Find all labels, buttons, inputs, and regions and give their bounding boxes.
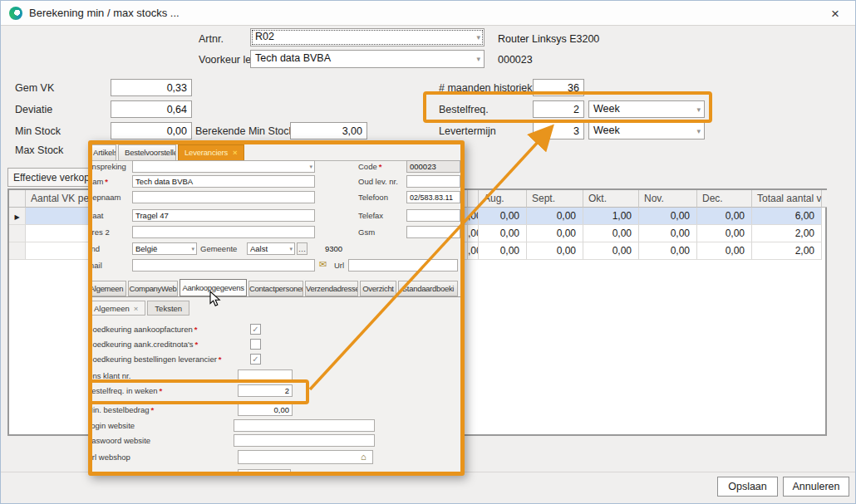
home-icon[interactable]: ⌂ [361, 452, 367, 462]
cell-nov[interactable]: 0,00 [639, 242, 697, 260]
cell-aug[interactable]: 0,00 [479, 242, 527, 260]
row-selector[interactable] [9, 242, 26, 260]
adres2-field[interactable] [132, 226, 315, 238]
artnr-label: Artnr. [199, 33, 224, 45]
goedkeuring-bestellingen-checkbox[interactable]: ✓ [250, 354, 261, 365]
straat-field[interactable] [132, 209, 315, 222]
check-icon: ✓ [252, 355, 258, 364]
cell-aug[interactable]: 0,00 [479, 225, 527, 242]
aanspreking-label: Aanspreking [88, 162, 126, 171]
telefax-field[interactable] [406, 209, 460, 222]
roepnaam-field[interactable] [132, 191, 315, 203]
cell-clipped[interactable]: ,00 [468, 225, 479, 242]
gem-vk-label: Gem VK [15, 82, 54, 94]
land-combobox[interactable]: België▾ [132, 242, 197, 255]
cell-totaal[interactable]: 2,00 [752, 242, 822, 260]
voorkeur-leverancier-combobox[interactable]: Tech data BVBA ▾ [250, 50, 485, 68]
tab-close-icon[interactable]: × [134, 304, 139, 313]
row-selector[interactable] [9, 225, 26, 242]
chevron-down-icon[interactable]: ▾ [289, 245, 293, 252]
chevron-down-icon[interactable]: ▾ [309, 163, 312, 169]
tab-teksten[interactable]: Teksten [147, 301, 189, 316]
cell-dec[interactable]: 0,00 [697, 242, 752, 260]
cell-okt[interactable]: 0,00 [583, 242, 639, 260]
bestelfreq-field[interactable] [533, 100, 584, 118]
goedkeuring-facturen-checkbox[interactable]: ✓ [250, 324, 261, 335]
cell-totaal[interactable]: 2,00 [752, 225, 822, 242]
cell-nov[interactable]: 0,00 [639, 208, 697, 225]
cell-dec[interactable]: 0,00 [697, 225, 752, 242]
cell-aug[interactable]: 0,00 [479, 208, 527, 225]
url-field[interactable] [348, 259, 458, 272]
berekende-min-stock-field[interactable] [290, 122, 367, 139]
tab-leveranciers[interactable]: Leveranciers× [178, 144, 244, 160]
paswoord-website-field[interactable] [234, 434, 375, 447]
cell-okt[interactable]: 1,00 [583, 208, 639, 225]
tab-standaardboekingen[interactable]: Standaardboeki [398, 281, 458, 296]
min-bestelbedrag-field[interactable] [238, 404, 293, 416]
cell-clipped[interactable]: ,00 [468, 242, 479, 260]
url-webshop-field[interactable] [238, 450, 373, 464]
tab-algemeen-inner[interactable]: Algemeen× [88, 301, 145, 316]
tab-leveranciers-label: Leveranciers [184, 148, 228, 157]
bestelfreq-unit-combobox[interactable]: Week ▾ [588, 100, 705, 118]
code-field[interactable] [406, 160, 460, 173]
ons-klant-nr-field[interactable] [238, 369, 293, 382]
tab-verzendadressen[interactable]: Verzendadressen [305, 281, 358, 296]
cell-sept[interactable]: 0,00 [527, 225, 583, 242]
close-icon[interactable]: × [826, 4, 844, 24]
telefoon-field[interactable] [406, 191, 460, 203]
cell-sept[interactable]: 0,00 [527, 208, 583, 225]
naam-field[interactable] [132, 175, 315, 188]
tab-contactpersonen[interactable]: Contactpersonen [248, 281, 303, 296]
land-label: Land [88, 244, 100, 253]
chevron-down-icon[interactable]: ▾ [696, 105, 701, 113]
mail-icon[interactable]: ✉ [319, 259, 327, 270]
gemeente-combobox[interactable]: Aalst▾ [247, 242, 295, 255]
section-tab-bar: Algemeen CompanyWeb Aankoopgegevens Cont… [88, 281, 458, 296]
tab-overzicht[interactable]: Overzicht [360, 281, 396, 296]
gemeente-lookup-button[interactable]: … [297, 242, 307, 255]
required-mark: * [379, 162, 382, 171]
table-header-sept: Sept. [527, 190, 583, 208]
cell-totaal[interactable]: 6,00 [752, 208, 822, 225]
tab-close-icon[interactable]: × [233, 148, 237, 157]
required-mark: * [219, 355, 222, 364]
gsm-field[interactable] [406, 226, 460, 238]
min-stock-field[interactable] [111, 122, 192, 139]
url-label: Url [334, 261, 344, 270]
deviatie-field[interactable] [111, 100, 192, 118]
section-tab-divider [92, 296, 460, 297]
save-button[interactable]: Opslaan [717, 477, 778, 497]
email-field[interactable] [132, 259, 315, 272]
cancel-button[interactable]: Annuleren [783, 477, 849, 497]
gem-vk-field[interactable] [111, 79, 192, 96]
artnr-combobox[interactable]: R02 ▾ [250, 28, 485, 46]
cell-dec[interactable]: 0,00 [697, 208, 752, 225]
tab-bestelvoorstellen[interactable]: Bestelvoorstellen [118, 144, 176, 160]
cell-clipped[interactable]: ,00 [468, 208, 479, 225]
tab-companyweb[interactable]: CompanyWeb [128, 281, 178, 296]
chevron-down-icon[interactable]: ▾ [476, 33, 480, 42]
berekende-min-stock-label: Berekende Min Stock [195, 125, 294, 137]
goedkeuring-creditnotas-checkbox[interactable] [250, 339, 261, 350]
login-website-field[interactable] [234, 419, 375, 432]
levertermijn-unit-combobox[interactable]: Week ▾ [588, 122, 705, 139]
cell-nov[interactable]: 0,00 [639, 225, 697, 242]
bestelfreq-unit-value: Week [593, 103, 620, 115]
chevron-down-icon[interactable]: ▾ [476, 55, 480, 63]
tab-aankoopgegevens[interactable]: Aankoopgegevens [180, 279, 247, 296]
table-header-selector [9, 190, 26, 208]
bestelfreq-weken-field[interactable] [238, 384, 293, 397]
required-mark: * [195, 340, 199, 349]
aanspreking-combobox[interactable]: ▾ [132, 160, 315, 173]
tab-artikels[interactable]: Artikels [88, 144, 116, 160]
tab-algemeen[interactable]: Algemeen [88, 281, 126, 296]
chevron-down-icon[interactable]: ▾ [191, 245, 194, 252]
chevron-down-icon[interactable]: ▾ [696, 126, 701, 135]
cell-sept[interactable]: 0,00 [527, 242, 583, 260]
levertermijn-field[interactable] [533, 122, 584, 139]
oud-lev-nr-field[interactable] [406, 175, 460, 188]
maanden-historiek-field[interactable] [533, 79, 584, 96]
cell-okt[interactable]: 0,00 [583, 225, 639, 242]
